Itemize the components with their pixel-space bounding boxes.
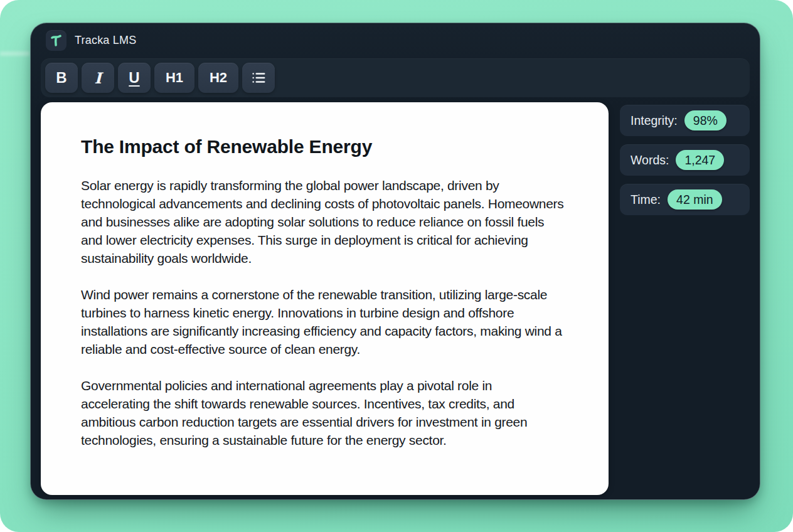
stats-sidebar: Integrity: 98% Words: 1,247 Time: 42 min [620,105,750,495]
heading2-button[interactable]: H2 [198,63,238,93]
titlebar: Tracka LMS [31,23,760,57]
heading1-button[interactable]: H1 [154,63,194,93]
stat-card-time: Time: 42 min [620,184,750,215]
italic-button[interactable]: I [82,63,114,93]
stat-card-words: Words: 1,247 [620,144,750,176]
document-paragraph: Wind power remains a cornerstone of the … [81,285,564,358]
app-title: Tracka LMS [75,34,136,47]
integrity-value-badge: 98% [684,110,726,130]
bullet-list-icon [250,70,267,86]
bold-button[interactable]: B [45,63,78,93]
document-paragraph: Governmental policies and international … [81,376,564,449]
stat-label: Integrity: [631,114,678,128]
bullet-list-button[interactable] [242,63,275,93]
app-background: Tracka LMS B I U H1 H2 [0,0,793,532]
document-title: The Impact of Renewable Energy [81,136,568,157]
content-area: The Impact of Renewable Energy Solar ene… [41,102,750,495]
document-paragraph: Solar energy is rapidly transforming the… [81,176,564,267]
stat-label: Time: [631,193,661,207]
underline-button[interactable]: U [118,63,151,93]
background-highlight [0,51,30,56]
document-body: Solar energy is rapidly transforming the… [81,176,568,449]
app-window: Tracka LMS B I U H1 H2 [30,23,760,500]
stat-card-integrity: Integrity: 98% [620,105,750,136]
time-value-badge: 42 min [668,189,722,210]
formatting-toolbar: B I U H1 H2 [41,58,750,97]
document-editor[interactable]: The Impact of Renewable Energy Solar ene… [41,102,609,495]
app-logo [46,30,67,51]
words-value-badge: 1,247 [676,150,724,170]
tracka-logo-icon [50,34,63,47]
stat-label: Words: [631,153,669,168]
